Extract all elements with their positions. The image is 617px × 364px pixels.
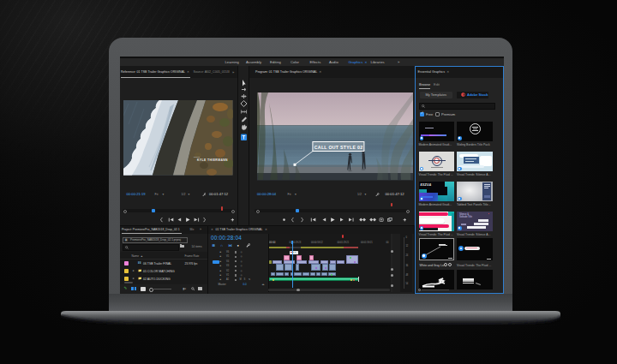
svg-text:surfing: surfing (194, 156, 201, 158)
svg-text:KYLE THIERMANN: KYLE THIERMANN (197, 158, 228, 162)
svg-text:CALL OUT STYLE 02: CALL OUT STYLE 02 (314, 145, 362, 150)
